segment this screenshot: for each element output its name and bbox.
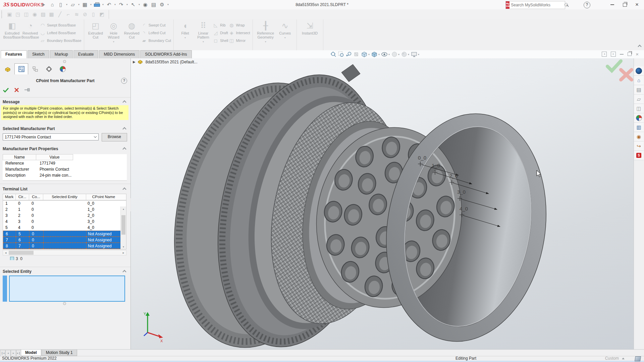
rib-button[interactable]: ◺Rib: [213, 22, 228, 28]
terminal-row[interactable]: 4303_0: [3, 219, 126, 225]
toolbar-icon-route[interactable]: ⌐: [64, 10, 72, 18]
column-header-connection[interactable]: Co...: [29, 194, 43, 200]
toolbar-icon-window[interactable]: ◫: [22, 10, 31, 18]
swept-cut-button[interactable]: ◜Swept Cut: [142, 22, 171, 28]
pin-icon[interactable]: [24, 87, 30, 92]
scroll-down-icon[interactable]: ▾: [121, 244, 126, 249]
save-dropdown-icon[interactable]: ▾: [89, 1, 93, 9]
toggle-right-pane-icon[interactable]: ▸: [611, 52, 616, 57]
hole-wizard-button[interactable]: ◎ Hole Wizard ▾: [105, 19, 123, 50]
toolbar-icon-mate[interactable]: ◉: [31, 10, 39, 18]
tab-solidworks-addins[interactable]: SOLIDWORKS Add-Ins: [140, 50, 192, 58]
file-properties-icon[interactable]: ▤: [150, 1, 158, 9]
display-style-icon[interactable]: ▾: [371, 51, 380, 58]
hide-show-items-icon[interactable]: ▾: [381, 52, 390, 57]
toolbar-icon-panel[interactable]: ▯: [89, 10, 98, 18]
revolved-boss-button[interactable]: ◔ Revolved Boss/Base: [21, 19, 39, 50]
feature-manager-tab[interactable]: [1, 63, 14, 74]
minimize-button[interactable]: [606, 0, 618, 9]
3dexperience-icon[interactable]: [634, 66, 644, 76]
toolbar-grip[interactable]: [1, 11, 3, 18]
selected-entity-listbox[interactable]: [9, 276, 125, 302]
panel-resize-handle[interactable]: [63, 60, 66, 63]
property-row[interactable]: Reference1771749: [3, 160, 127, 166]
scroll-up-icon[interactable]: ▴: [121, 206, 126, 212]
view-orientation-icon[interactable]: ▾: [361, 51, 370, 58]
property-manager-tab[interactable]: [14, 63, 28, 74]
doc-minimize-icon[interactable]: [620, 54, 624, 55]
column-header-selected-entity[interactable]: Selected Entity: [43, 194, 86, 200]
terminal-row[interactable]: 2101_0: [3, 206, 126, 213]
swept-boss-button[interactable]: ◠Swept Boss/Base: [40, 22, 82, 28]
cpoint-label[interactable]: 1_0: [432, 163, 440, 168]
toolbar-icon-table[interactable]: ▦: [47, 10, 56, 18]
horizontal-scroll-thumb[interactable]: [9, 251, 34, 255]
options-gear-icon[interactable]: ⚙: [158, 1, 166, 9]
tab-features[interactable]: Features: [1, 50, 27, 58]
rebuild-icon[interactable]: ◉: [141, 1, 149, 9]
terminal-row[interactable]: 5404_0: [3, 225, 126, 231]
options-dropdown-icon[interactable]: ▾: [166, 1, 170, 9]
help-icon[interactable]: ?: [584, 2, 590, 8]
cam-icon[interactable]: ↪: [634, 141, 644, 151]
feature-tree-flyout[interactable]: ▶ 8da515f35sn 2021 (Default...: [133, 59, 197, 64]
terminal-row[interactable]: 650Not Assigned: [3, 231, 126, 237]
doc-close-icon[interactable]: ×: [636, 51, 639, 57]
linear-pattern-button[interactable]: ⠿ Linear Pattern ▾: [194, 19, 212, 50]
status-tag-icon[interactable]: [635, 356, 641, 361]
prev-tab-icon[interactable]: ◂: [5, 350, 11, 356]
wrap-button[interactable]: ◍Wrap: [229, 22, 250, 28]
lofted-cut-button[interactable]: ◝Lofted Cut: [142, 30, 171, 36]
view-palette-icon[interactable]: ◫: [634, 104, 644, 113]
toolbar-icon-no-entry[interactable]: ⊘: [81, 10, 89, 18]
toolbar-icon-screenshot[interactable]: ▣: [5, 10, 14, 18]
confirm-cancel-icon[interactable]: [619, 68, 634, 83]
fillet-dropdown-icon[interactable]: ▾: [184, 36, 186, 39]
selected-part-section-header[interactable]: Selected Manufacturer Part: [0, 125, 130, 132]
tab-markup[interactable]: Markup: [50, 50, 73, 58]
cpoint-label[interactable]: 3_0: [457, 189, 466, 195]
open-dropdown-icon[interactable]: ▾: [77, 1, 80, 9]
pm-help-icon[interactable]: ?: [121, 78, 127, 84]
new-document-icon[interactable]: ▯: [57, 1, 65, 9]
connector-model[interactable]: [151, 59, 562, 349]
terminal-row[interactable]: 3202_0: [3, 213, 126, 219]
cpoint-label[interactable]: 0_0: [418, 155, 426, 161]
file-explorer-icon[interactable]: ▱: [634, 95, 644, 104]
cpoint-label[interactable]: 4_0: [460, 206, 468, 212]
selected-entity-section-header[interactable]: Selected Entity: [0, 268, 130, 275]
lofted-boss-button[interactable]: ◡Lofted Boss/Base: [40, 30, 82, 36]
instant3d-button[interactable]: ⇲ Instant3D: [299, 19, 321, 50]
redo-dropdown-icon[interactable]: ▾: [125, 1, 129, 9]
curves-dropdown-icon[interactable]: ▾: [284, 36, 286, 39]
horizontal-scrollbar[interactable]: ◂ ▸: [3, 250, 126, 255]
column-header-mark[interactable]: Mark: [3, 194, 16, 200]
design-library-icon[interactable]: ▤: [634, 85, 644, 95]
cancel-button[interactable]: [14, 87, 19, 93]
boundary-cut-button[interactable]: ▰Boundary Cut: [142, 38, 171, 43]
fillet-button[interactable]: ◖ Fillet ▾: [176, 19, 194, 50]
undo-dropdown-icon[interactable]: ▾: [113, 1, 117, 9]
revolved-cut-button[interactable]: ◍ Revolved Cut: [123, 19, 141, 50]
menu-flyout-arrow[interactable]: ▶: [42, 2, 45, 7]
ok-button[interactable]: [3, 87, 9, 93]
previous-view-icon[interactable]: [346, 51, 352, 57]
undo-icon[interactable]: ↶: [105, 1, 113, 9]
search-input[interactable]: [509, 3, 564, 7]
part-properties-section-header[interactable]: Manufacturer Part Properties: [0, 145, 130, 152]
selected-entity-collapse-icon[interactable]: [122, 270, 126, 274]
display-style-dropdown-icon[interactable]: ▾: [378, 53, 380, 56]
terminal-list-collapse-icon[interactable]: [122, 187, 126, 191]
hide-show-dropdown-icon[interactable]: ▾: [388, 53, 390, 56]
display-manager-tab[interactable]: [56, 63, 69, 74]
home-icon[interactable]: ⌂: [48, 1, 56, 9]
terminal-row[interactable]: 760Not Assigned: [3, 237, 126, 243]
select-icon[interactable]: ↖: [129, 1, 137, 9]
vertical-scrollbar[interactable]: ▴ ▾: [120, 206, 126, 249]
collapse-ribbon-icon[interactable]: [638, 44, 641, 47]
scroll-right-icon[interactable]: ▸: [121, 250, 126, 255]
view-settings-icon[interactable]: ▾: [411, 52, 419, 57]
model-tab[interactable]: Model: [21, 350, 41, 356]
dimxpert-manager-tab[interactable]: [42, 63, 56, 74]
linear-pattern-dropdown-icon[interactable]: ▾: [203, 40, 204, 43]
